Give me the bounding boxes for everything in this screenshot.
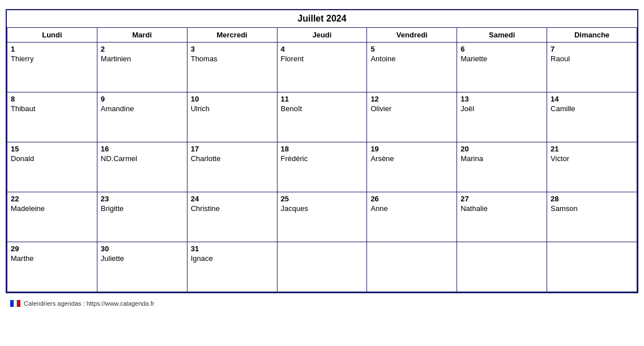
day-saint-name: Joël bbox=[460, 104, 543, 113]
day-saint-name: Raoul bbox=[551, 54, 633, 63]
calendar-cell: 15Donald bbox=[7, 142, 97, 192]
calendar-cell: 21Victor bbox=[547, 142, 637, 192]
calendar-cell: 2Martinien bbox=[97, 43, 187, 92]
calendar-cell: 5Antoine bbox=[367, 43, 457, 92]
calendar-cell: 1Thierry bbox=[7, 43, 97, 92]
day-number: 7 bbox=[551, 45, 633, 53]
calendar-cell: 26Anne bbox=[367, 192, 457, 242]
flag-icon bbox=[10, 300, 20, 307]
calendar-cell: 7Raoul bbox=[547, 43, 637, 92]
day-number: 20 bbox=[460, 145, 543, 153]
day-saint-name: Juliette bbox=[101, 254, 184, 263]
day-saint-name: Thierry bbox=[11, 54, 93, 63]
calendar-cell: 6Mariette bbox=[457, 43, 547, 92]
calendar-title: Juillet 2024 bbox=[7, 10, 637, 27]
day-number: 10 bbox=[191, 95, 274, 103]
day-number: 2 bbox=[101, 45, 184, 53]
day-number: 17 bbox=[191, 145, 274, 153]
day-saint-name: ND.Carmel bbox=[101, 154, 184, 163]
calendar-cell: 25Jacques bbox=[277, 192, 367, 242]
footer-text: Calendriers agendas : https://www.calage… bbox=[24, 300, 155, 307]
column-header-mardi: Mardi bbox=[97, 28, 187, 43]
day-number: 18 bbox=[281, 145, 364, 153]
day-saint-name: Brigitte bbox=[101, 204, 184, 213]
calendar-cell: 28Samson bbox=[547, 192, 637, 242]
day-saint-name: Antoine bbox=[370, 54, 453, 63]
footer: Calendriers agendas : https://www.calage… bbox=[6, 298, 638, 309]
calendar-cell: 14Camille bbox=[547, 92, 637, 142]
day-saint-name: Charlotte bbox=[191, 154, 274, 163]
column-header-mercredi: Mercredi bbox=[187, 28, 277, 43]
calendar-cell: 16ND.Carmel bbox=[97, 142, 187, 192]
day-number: 11 bbox=[281, 95, 364, 103]
day-saint-name: Ignace bbox=[191, 254, 274, 263]
day-number: 28 bbox=[551, 195, 633, 203]
calendar-cell: 24Christine bbox=[187, 192, 277, 242]
day-saint-name: Donald bbox=[11, 154, 93, 163]
day-saint-name: Olivier bbox=[370, 104, 453, 113]
day-number: 29 bbox=[11, 244, 93, 253]
calendar-cell: 23Brigitte bbox=[97, 192, 187, 242]
column-header-dimanche: Dimanche bbox=[547, 28, 637, 43]
day-saint-name: Marthe bbox=[11, 254, 93, 263]
day-number: 22 bbox=[11, 195, 93, 203]
calendar-cell: 13Joël bbox=[457, 92, 547, 142]
day-saint-name: Amandine bbox=[101, 104, 184, 113]
calendar-cell: 17Charlotte bbox=[187, 142, 277, 192]
day-number: 16 bbox=[101, 145, 184, 153]
day-saint-name: Madeleine bbox=[11, 204, 93, 213]
day-number: 31 bbox=[191, 244, 274, 253]
column-header-jeudi: Jeudi bbox=[277, 28, 367, 43]
column-header-vendredi: Vendredi bbox=[367, 28, 457, 43]
day-number: 24 bbox=[191, 195, 274, 203]
day-saint-name: Ulrich bbox=[191, 104, 274, 113]
day-saint-name: Thibaut bbox=[11, 104, 93, 113]
calendar-cell: 20Marina bbox=[457, 142, 547, 192]
calendar-cell: 11Benoît bbox=[277, 92, 367, 142]
calendar-cell: 12Olivier bbox=[367, 92, 457, 142]
day-number: 8 bbox=[11, 95, 93, 103]
calendar-cell: 29Marthe bbox=[7, 242, 97, 292]
day-number: 4 bbox=[281, 45, 364, 53]
calendar-cell: 22Madeleine bbox=[7, 192, 97, 242]
day-saint-name: Marina bbox=[460, 154, 543, 163]
day-number: 1 bbox=[11, 45, 93, 53]
calendar-cell: 31Ignace bbox=[187, 242, 277, 292]
day-number: 6 bbox=[460, 45, 543, 53]
day-number: 9 bbox=[101, 95, 184, 103]
day-number: 19 bbox=[370, 145, 453, 153]
day-saint-name: Florent bbox=[281, 54, 364, 63]
column-header-samedi: Samedi bbox=[457, 28, 547, 43]
day-saint-name: Samson bbox=[551, 204, 633, 213]
calendar-cell bbox=[367, 242, 457, 292]
day-saint-name: Christine bbox=[191, 204, 274, 213]
calendar-cell: 8Thibaut bbox=[7, 92, 97, 142]
day-number: 3 bbox=[191, 45, 274, 53]
day-number: 26 bbox=[370, 195, 453, 203]
day-number: 27 bbox=[460, 195, 543, 203]
calendar-cell: 18Frédéric bbox=[277, 142, 367, 192]
day-number: 21 bbox=[551, 145, 633, 153]
calendar-cell bbox=[547, 242, 637, 292]
calendar-cell: 19Arsène bbox=[367, 142, 457, 192]
day-saint-name: Martinien bbox=[101, 54, 184, 63]
day-saint-name: Benoît bbox=[281, 104, 364, 113]
calendar-cell bbox=[457, 242, 547, 292]
day-saint-name: Frédéric bbox=[281, 154, 364, 163]
day-number: 14 bbox=[551, 95, 633, 103]
day-number: 13 bbox=[460, 95, 543, 103]
calendar-cell: 3Thomas bbox=[187, 43, 277, 92]
day-saint-name: Camille bbox=[551, 104, 633, 113]
calendar-cell bbox=[277, 242, 367, 292]
day-saint-name: Nathalie bbox=[460, 204, 543, 213]
day-number: 23 bbox=[101, 195, 184, 203]
calendar-cell: 10Ulrich bbox=[187, 92, 277, 142]
day-number: 5 bbox=[370, 45, 453, 53]
calendar-cell: 9Amandine bbox=[97, 92, 187, 142]
column-header-lundi: Lundi bbox=[7, 28, 97, 43]
day-saint-name: Jacques bbox=[281, 204, 364, 213]
day-number: 30 bbox=[101, 244, 184, 253]
day-saint-name: Arsène bbox=[370, 154, 453, 163]
calendar-cell: 30Juliette bbox=[97, 242, 187, 292]
calendar-cell: 4Florent bbox=[277, 43, 367, 92]
